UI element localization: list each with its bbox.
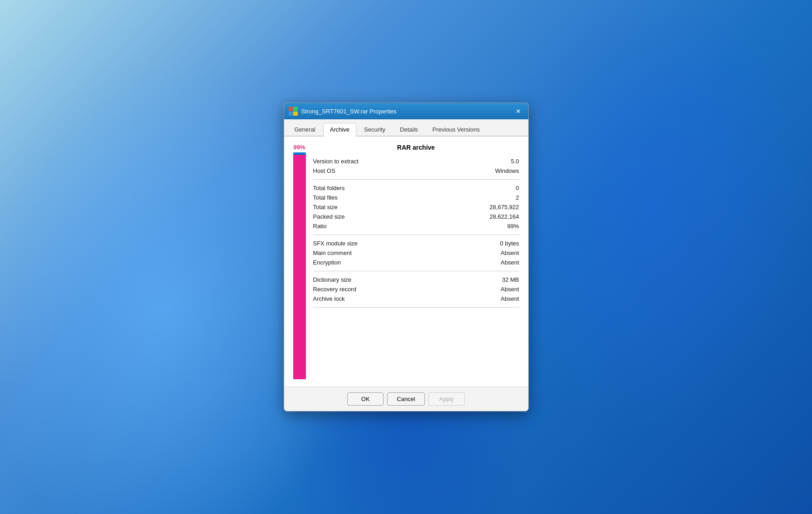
row-total-size: Total size 28,675,922 <box>313 202 519 212</box>
row-version: Version to extract 5.0 <box>313 157 519 166</box>
winrar-icon <box>289 107 298 116</box>
value-packed-size: 28,622,164 <box>489 213 519 220</box>
value-dict-size: 32 MB <box>502 276 519 283</box>
properties-dialog: Strong_SRT7601_SW.rar Properties ✕ Gener… <box>284 103 529 411</box>
value-recovery-record: Absent <box>501 286 519 293</box>
value-main-comment: Absent <box>501 250 519 256</box>
label-dict-size: Dictionary size <box>313 276 352 283</box>
label-version: Version to extract <box>313 158 359 165</box>
value-total-files: 2 <box>516 194 519 201</box>
value-encryption: Absent <box>501 259 519 266</box>
dialog-footer: OK Cancel Apply <box>284 387 528 411</box>
row-total-folders: Total folders 0 <box>313 183 519 193</box>
value-hostos: Windows <box>495 167 519 174</box>
value-total-size: 28,675,922 <box>489 204 519 210</box>
label-archive-lock: Archive lock <box>313 295 345 302</box>
label-ratio: Ratio <box>313 223 327 230</box>
divider-1 <box>313 179 519 180</box>
row-archive-lock: Archive lock Absent <box>313 294 519 304</box>
tabs-bar: General Archive Security Details Previou… <box>284 119 528 137</box>
title-bar-controls: ✕ <box>513 106 524 117</box>
label-total-folders: Total folders <box>313 185 345 191</box>
label-main-comment: Main comment <box>313 250 352 256</box>
value-ratio: 99% <box>507 223 519 230</box>
row-hostos: Host OS Windows <box>313 166 519 176</box>
row-recovery-record: Recovery record Absent <box>313 284 519 294</box>
ok-button[interactable]: OK <box>347 392 384 406</box>
dialog-title: Strong_SRT7601_SW.rar Properties <box>301 108 509 115</box>
value-archive-lock: Absent <box>501 295 519 302</box>
tab-security[interactable]: Security <box>357 123 392 136</box>
row-sfx-size: SFX module size 0 bytes <box>313 239 519 248</box>
label-recovery-record: Recovery record <box>313 286 356 293</box>
tab-previous-versions[interactable]: Previous Versions <box>426 123 487 136</box>
info-area: RAR archive Version to extract 5.0 Host … <box>313 144 519 379</box>
label-encryption: Encryption <box>313 259 341 266</box>
progress-bar-pink <box>293 155 306 379</box>
divider-4 <box>313 307 519 308</box>
tab-general[interactable]: General <box>288 123 322 136</box>
label-total-files: Total files <box>313 194 338 201</box>
row-encryption: Encryption Absent <box>313 258 519 267</box>
tab-details[interactable]: Details <box>393 123 425 136</box>
row-ratio: Ratio 99% <box>313 221 519 231</box>
label-packed-size: Packed size <box>313 213 345 220</box>
row-packed-size: Packed size 28,622,164 <box>313 212 519 221</box>
progress-area: 99% <box>293 144 306 379</box>
cancel-button[interactable]: Cancel <box>387 392 424 406</box>
value-total-folders: 0 <box>516 185 519 191</box>
progress-label: 99% <box>293 144 305 151</box>
value-sfx-size: 0 bytes <box>500 240 519 247</box>
row-total-files: Total files 2 <box>313 193 519 202</box>
tab-archive[interactable]: Archive <box>323 123 356 137</box>
label-total-size: Total size <box>313 204 338 210</box>
progress-bar-container <box>293 152 306 379</box>
label-sfx-size: SFX module size <box>313 240 358 247</box>
close-button[interactable]: ✕ <box>513 106 524 117</box>
apply-button[interactable]: Apply <box>428 392 465 406</box>
divider-3 <box>313 271 519 271</box>
title-bar: Strong_SRT7601_SW.rar Properties ✕ <box>284 103 528 119</box>
divider-2 <box>313 235 519 235</box>
dialog-content: 99% RAR archive Version to extract 5.0 H… <box>284 137 528 387</box>
row-dict-size: Dictionary size 32 MB <box>313 275 519 284</box>
value-version: 5.0 <box>511 158 519 165</box>
label-hostos: Host OS <box>313 167 335 174</box>
section-title: RAR archive <box>313 144 519 151</box>
row-main-comment: Main comment Absent <box>313 248 519 258</box>
